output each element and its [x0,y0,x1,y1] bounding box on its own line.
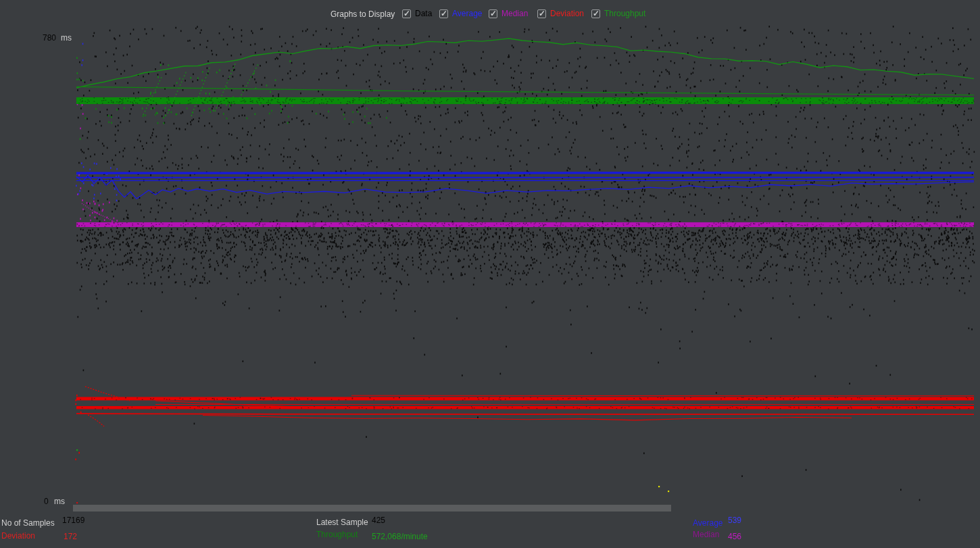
throughput-checkbox-icon[interactable] [591,9,600,18]
latest-sample-value: 425 [372,516,385,525]
deviation-label: Deviation [1,531,35,541]
median-label: Median [693,530,719,539]
y-axis-min-unit: ms [54,497,65,506]
median-checkbox-icon[interactable] [489,9,497,18]
deviation-value: 172 [64,532,77,541]
y-axis-max-label: 780 [43,33,56,43]
data-checkbox-icon[interactable] [402,9,411,18]
checkbox-data[interactable]: Data [402,9,432,18]
checkbox-deviation[interactable]: Deviation [537,9,584,18]
checkbox-average[interactable]: Average [439,9,482,18]
graph-canvas [0,0,980,548]
checkbox-throughput[interactable]: Throughput [591,9,645,18]
checkbox-median[interactable]: Median [489,9,528,18]
horizontal-scrollbar-thumb[interactable] [73,505,671,512]
checkbox-data-label: Data [415,9,432,18]
throughput-value: 572,068/minute [372,532,428,541]
median-value: 456 [728,532,741,541]
checkbox-average-label: Average [452,9,482,18]
average-checkbox-icon[interactable] [439,9,448,18]
average-label: Average [693,518,722,528]
throughput-label: Throughput [316,530,358,539]
checkbox-throughput-label: Throughput [604,9,645,18]
graphs-to-display-label: Graphs to Display [330,9,395,19]
y-axis-min-label: 0 [44,497,49,506]
average-value: 539 [728,516,741,525]
checkbox-deviation-label: Deviation [550,9,584,18]
checkbox-median-label: Median [501,9,528,18]
deviation-checkbox-icon[interactable] [537,9,546,18]
no-of-samples-value: 17169 [62,516,84,525]
no-of-samples-label: No of Samples [1,518,55,528]
jmeter-graph-results-window: Graphs to Display Data Average Median De… [0,0,980,548]
latest-sample-label: Latest Sample [316,518,368,527]
y-axis-max-unit: ms [61,33,72,43]
